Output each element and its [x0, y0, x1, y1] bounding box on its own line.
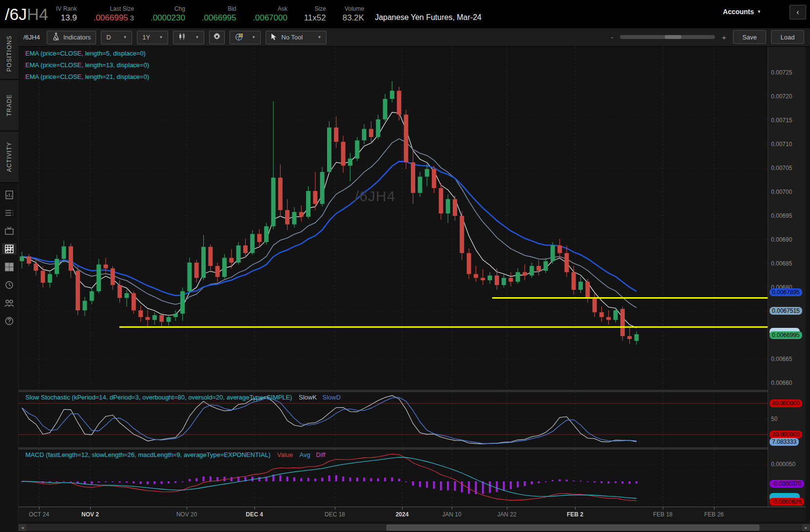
candle-body[interactable]	[355, 140, 359, 158]
candle-body[interactable]	[579, 282, 583, 290]
candle-body[interactable]	[250, 234, 254, 253]
candle-body[interactable]	[278, 178, 283, 210]
zoom-slider-thumb[interactable]	[665, 35, 681, 39]
candle-body[interactable]	[593, 298, 597, 312]
history-icon[interactable]	[2, 279, 17, 291]
candle-body[interactable]	[61, 247, 66, 259]
candle-body[interactable]	[334, 128, 338, 142]
candle-body[interactable]	[292, 212, 296, 224]
help-icon[interactable]	[2, 315, 17, 327]
candle-body[interactable]	[397, 91, 401, 114]
candle-body[interactable]	[516, 272, 520, 282]
scroll-left-arrow[interactable]: ◂	[19, 524, 26, 531]
candle-body[interactable]	[501, 278, 506, 285]
indicators-button[interactable]: Indicators	[47, 31, 96, 44]
candle-body[interactable]	[194, 263, 199, 278]
candle-body[interactable]	[215, 266, 220, 277]
candle-body[interactable]	[439, 188, 443, 213]
candle-body[interactable]	[635, 334, 639, 341]
candle-body[interactable]	[481, 278, 485, 280]
candle-body[interactable]	[271, 178, 275, 227]
candle-body[interactable]	[404, 114, 408, 162]
horizontal-scrollbar[interactable]: ◂ ▸	[19, 523, 810, 531]
tab-activity[interactable]: ACTIVITY	[0, 132, 19, 183]
macd-label[interactable]: MACD (fastLength=12, slowLength=26, macd…	[25, 451, 326, 458]
chart-type-dropdown[interactable]: ▼	[173, 31, 204, 44]
scroll-right-arrow[interactable]: ▸	[802, 524, 810, 531]
candle-body[interactable]	[432, 169, 436, 188]
candle-body[interactable]	[124, 293, 129, 298]
candle-body[interactable]	[180, 291, 185, 314]
candle-body[interactable]	[299, 212, 304, 217]
candle-body[interactable]	[620, 309, 625, 336]
candle-body[interactable]	[153, 315, 157, 320]
candle-body[interactable]	[243, 246, 248, 253]
candle-body[interactable]	[411, 162, 415, 193]
candle-body[interactable]	[558, 246, 562, 253]
watchlist-icon[interactable]	[2, 207, 17, 219]
ema5-label[interactable]: EMA (price=CLOSE, length=5, displace=0)	[25, 50, 149, 57]
candle-body[interactable]	[285, 210, 289, 224]
candle-body[interactable]	[460, 216, 464, 253]
candle-body[interactable]	[425, 169, 429, 177]
candle-body[interactable]	[585, 282, 590, 298]
zoom-in-button[interactable]: +	[720, 33, 728, 41]
candle-body[interactable]	[201, 247, 206, 278]
candle-body[interactable]	[132, 293, 136, 310]
candle-body[interactable]	[572, 272, 576, 290]
candle-body[interactable]	[495, 276, 499, 285]
price-axis[interactable]: 0.007250.007200.007150.007100.007050.007…	[768, 47, 806, 507]
chart-icon[interactable]	[2, 243, 17, 255]
candle-body[interactable]	[390, 91, 394, 99]
ema13-label[interactable]: EMA (price=CLOSE, length=13, displace=0)	[25, 61, 149, 69]
candle-body[interactable]	[111, 268, 115, 285]
candle-body[interactable]	[522, 272, 527, 276]
load-button[interactable]: Load	[771, 30, 804, 44]
accounts-menu[interactable]: Accounts ▼	[723, 8, 761, 16]
price-chart[interactable]	[19, 47, 768, 390]
candle-body[interactable]	[551, 246, 555, 261]
candle-body[interactable]	[599, 312, 604, 317]
candle-body[interactable]	[166, 317, 171, 322]
candle-body[interactable]	[341, 142, 346, 166]
candle-body[interactable]	[117, 285, 122, 298]
candle-body[interactable]	[103, 265, 108, 268]
candle-body[interactable]	[467, 253, 471, 274]
zoom-out-button[interactable]: -	[609, 33, 615, 41]
timeframe-dropdown[interactable]: D ▼	[101, 31, 132, 44]
candle-body[interactable]	[543, 261, 548, 271]
candle-body[interactable]	[327, 128, 331, 172]
candle-body[interactable]	[187, 263, 192, 291]
dashboard-icon[interactable]	[2, 261, 17, 273]
ema21-label[interactable]: EMA (price=CLOSE, length=21, displace=0)	[25, 73, 149, 80]
candle-body[interactable]	[48, 274, 52, 283]
candle-body[interactable]	[446, 199, 450, 213]
candle-body[interactable]	[222, 258, 227, 277]
report-icon[interactable]	[2, 189, 17, 201]
candle-body[interactable]	[27, 256, 31, 264]
candle-body[interactable]	[76, 271, 80, 310]
candle-body[interactable]	[138, 310, 143, 317]
candle-body[interactable]	[82, 301, 87, 310]
candle-body[interactable]	[320, 172, 325, 204]
candle-body[interactable]	[20, 256, 24, 261]
save-button[interactable]: Save	[733, 30, 766, 44]
candle-body[interactable]	[474, 274, 478, 278]
time-axis[interactable]: OCT 24NOV 2NOV 20DEC 4DEC 182024JAN 10JA…	[19, 507, 806, 521]
candle-body[interactable]	[453, 199, 457, 216]
zoom-slider[interactable]	[620, 35, 715, 39]
candle-body[interactable]	[159, 315, 164, 322]
candle-body[interactable]	[614, 310, 618, 320]
stochastic-label[interactable]: Slow Stochastic (kPeriod=14, dPeriod=3, …	[25, 394, 341, 401]
candle-body[interactable]	[69, 247, 73, 271]
active-tool-dropdown[interactable]: No Tool ▼	[266, 31, 327, 44]
candle-body[interactable]	[383, 99, 387, 119]
candle-body[interactable]	[90, 291, 94, 301]
candle-body[interactable]	[376, 119, 380, 137]
tab-positions[interactable]: POSITIONS	[0, 28, 19, 80]
candle-body[interactable]	[348, 158, 352, 166]
tab-trade[interactable]: TRADE	[0, 80, 19, 132]
candle-body[interactable]	[306, 191, 310, 217]
scrollbar-thumb[interactable]	[386, 525, 759, 531]
candle-body[interactable]	[627, 336, 632, 339]
